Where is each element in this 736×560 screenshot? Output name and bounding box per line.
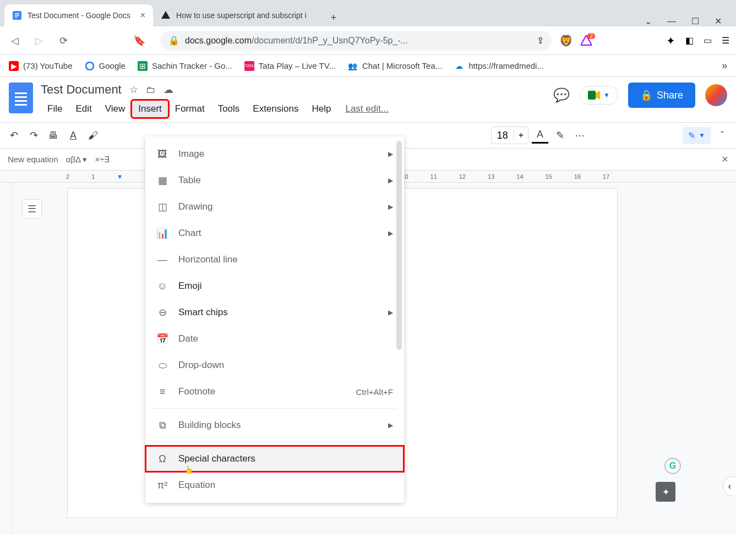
menu-view[interactable]: View: [99, 100, 132, 118]
collapse-toolbar-icon[interactable]: ˆ: [714, 127, 730, 144]
undo-button[interactable]: ↶: [6, 127, 22, 144]
app-menu-icon[interactable]: ☰: [722, 35, 729, 46]
back-button[interactable]: ◁: [7, 32, 23, 49]
insert-menu-building-blocks[interactable]: ⧉Building blocks▶: [145, 412, 404, 438]
extensions-icon[interactable]: ✦: [666, 34, 675, 47]
bookmark-youtube[interactable]: ▶(73) YouTube: [9, 61, 73, 71]
side-panel-toggle[interactable]: ‹: [723, 476, 736, 496]
menu-file[interactable]: File: [41, 100, 69, 118]
star-icon[interactable]: ☆: [129, 84, 138, 96]
bookmark-icon[interactable]: 🔖: [131, 32, 148, 49]
reload-button[interactable]: ⟳: [55, 32, 72, 49]
close-window-icon[interactable]: ✕: [715, 16, 722, 26]
insert-menu-equation[interactable]: π²Equation: [145, 472, 404, 498]
insert-menu-table[interactable]: ▦Table▶: [145, 167, 404, 194]
document-title[interactable]: Test Document: [41, 83, 122, 97]
redo-button[interactable]: ↷: [25, 127, 42, 144]
svg-marker-8: [596, 91, 600, 100]
insert-menu-emoji[interactable]: ☺Emoji: [145, 273, 404, 299]
document-outline-button[interactable]: ☰: [22, 199, 42, 219]
drawing-icon: ◫: [156, 201, 168, 213]
sidepanel-icon[interactable]: ◧: [685, 35, 694, 46]
paint-format-button[interactable]: 🖌: [85, 127, 101, 144]
menu-format[interactable]: Format: [168, 100, 211, 118]
highlight-button[interactable]: ✎: [552, 127, 568, 144]
insert-menu-chart[interactable]: 📊Chart▶: [145, 220, 404, 246]
last-edit-link[interactable]: Last edit...: [345, 103, 388, 114]
print-button[interactable]: 🖶: [45, 127, 62, 144]
menu-item-label: Drop-down: [178, 360, 224, 371]
insert-menu-footnote[interactable]: ≡FootnoteCtrl+Alt+F: [145, 378, 404, 405]
smart-chips-icon: ⊖: [156, 306, 168, 319]
address-row: ◁ ▷ ⟳ 🔖 🔒 docs.google.com/document/d/1hP…: [0, 26, 736, 55]
grammarly-icon[interactable]: G: [664, 458, 681, 474]
docs-header: Test Document ☆ 🗀 ☁ File Edit View Inser…: [0, 77, 736, 118]
bookmark-onedrive[interactable]: ☁https://framedmedi...: [454, 61, 544, 71]
brave-shields-icon[interactable]: 🦁: [559, 34, 573, 47]
meet-button[interactable]: ▼: [580, 86, 618, 105]
menu-insert[interactable]: Insert: [132, 100, 168, 118]
insert-menu-drop-down[interactable]: ⬭Drop-down: [145, 352, 404, 378]
menu-item-label: Smart chips: [178, 307, 228, 318]
address-bar[interactable]: 🔒 docs.google.com/document/d/1hP_y_UsnQ7…: [161, 31, 552, 51]
new-tab-button[interactable]: +: [325, 9, 342, 26]
menu-item-label: Emoji: [178, 281, 202, 292]
font-size-increase[interactable]: +: [514, 130, 528, 140]
bookmark-sheets[interactable]: ⊞Sachin Tracker - Go...: [138, 61, 232, 71]
explore-button[interactable]: ✦: [656, 482, 675, 502]
insert-menu-special-characters[interactable]: ΩSpecial characters👆: [145, 446, 404, 472]
browser-tab[interactable]: How to use superscript and subscript i: [153, 4, 318, 26]
menu-tools[interactable]: Tools: [211, 100, 247, 118]
bookmark-tata[interactable]: TATATata Play – Live TV...: [244, 61, 336, 71]
bookmark-google[interactable]: Google: [85, 61, 126, 71]
share-url-icon[interactable]: ⇪: [537, 35, 544, 46]
svg-marker-5: [581, 35, 592, 45]
submenu-arrow-icon: ▶: [388, 309, 393, 316]
more-toolbar-icon[interactable]: ⋯: [571, 127, 588, 144]
move-icon[interactable]: 🗀: [146, 84, 156, 96]
editing-mode-button[interactable]: ✎▼: [683, 127, 711, 144]
svg-rect-1: [15, 13, 19, 14]
bookmark-teams[interactable]: 👥Chat | Microsoft Tea...: [348, 61, 442, 71]
font-size-value[interactable]: 18: [492, 130, 514, 141]
new-equation-button[interactable]: New equation: [8, 155, 58, 164]
insert-menu-horizontal-line[interactable]: —Horizontal line: [145, 246, 404, 273]
bookmarks-overflow-icon[interactable]: »: [722, 60, 727, 72]
close-equation-bar-icon[interactable]: ×: [722, 153, 728, 166]
insert-menu-drawing[interactable]: ◫Drawing▶: [145, 194, 404, 220]
menu-help[interactable]: Help: [305, 100, 337, 118]
chevron-down-icon[interactable]: ⌄: [645, 16, 652, 26]
menu-separator: [153, 408, 396, 409]
wallet-icon[interactable]: ▭: [704, 35, 712, 46]
docs-logo-icon[interactable]: [9, 83, 33, 113]
minimize-icon[interactable]: —: [667, 17, 676, 26]
share-button[interactable]: 🔒 Share: [628, 83, 695, 108]
text-color-button[interactable]: A: [532, 127, 548, 144]
insert-menu-dropdown: 🖼Image▶▦Table▶◫Drawing▶📊Chart▶—Horizonta…: [145, 136, 404, 503]
emoji-icon: ☺: [156, 281, 168, 292]
tab-close-icon[interactable]: ×: [140, 10, 145, 20]
date-icon: 📅: [156, 333, 168, 345]
table-icon: ▦: [156, 174, 168, 186]
brave-rewards-icon[interactable]: [581, 35, 592, 46]
insert-menu-date[interactable]: 📅Date: [145, 326, 404, 352]
spellcheck-button[interactable]: A: [65, 127, 81, 144]
menu-edit[interactable]: Edit: [69, 100, 98, 118]
math-operators-button[interactable]: ×÷∃: [95, 155, 109, 164]
greek-letters-button[interactable]: αβΔ ▾: [66, 155, 88, 164]
insert-menu-smart-chips[interactable]: ⊖Smart chips▶: [145, 299, 404, 326]
browser-tab-active[interactable]: Test Document - Google Docs ×: [4, 4, 153, 26]
forward-button[interactable]: ▷: [31, 32, 47, 49]
image-icon: 🖼: [156, 149, 168, 160]
equation-icon: π²: [156, 480, 168, 491]
account-avatar[interactable]: [705, 84, 727, 106]
vertical-ruler[interactable]: [0, 183, 12, 535]
maximize-icon[interactable]: ☐: [691, 16, 699, 26]
horizontal-line-icon: —: [156, 254, 168, 266]
comments-icon[interactable]: 💬: [553, 87, 570, 103]
insert-menu-image[interactable]: 🖼Image▶: [145, 141, 404, 167]
cloud-status-icon[interactable]: ☁: [163, 84, 173, 96]
url-text: docs.google.com/document/d/1hP_y_UsnQ7Yo…: [185, 36, 408, 46]
special-characters-icon: Ω: [156, 453, 168, 465]
menu-extensions[interactable]: Extensions: [246, 100, 305, 118]
